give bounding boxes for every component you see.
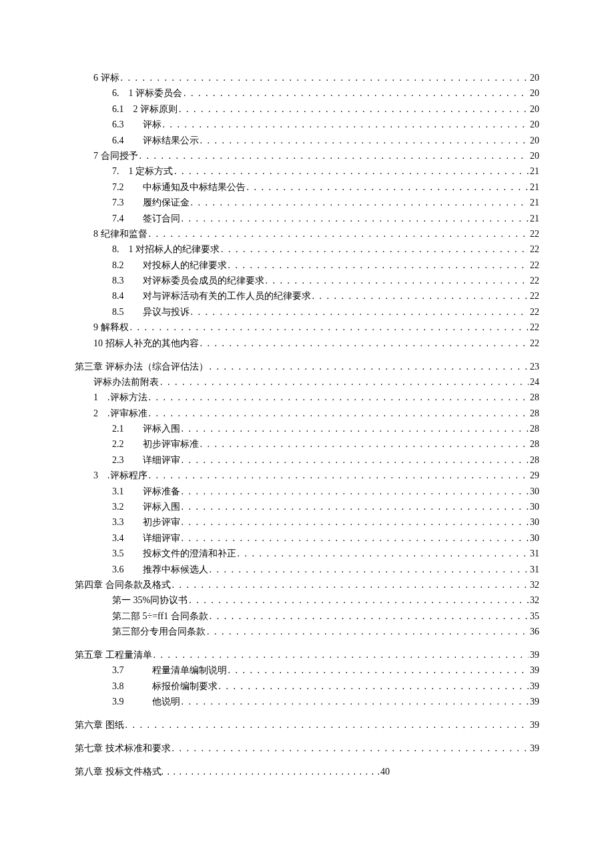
toc-label: 6.1 2 评标原则 — [112, 103, 178, 116]
toc-entry: 3.6 推荐中标候选人31 — [75, 564, 539, 576]
toc-page: 28 — [530, 408, 539, 420]
toc-entry: 第三部分专用合同条款36 — [75, 626, 539, 638]
toc-entry: 第一 35%同协议书32 — [75, 594, 539, 607]
toc-entry: 第三章 评标办法（综合评估法）23 — [75, 361, 539, 374]
toc-page: 23 — [530, 361, 539, 374]
toc-page: 39 — [530, 649, 539, 662]
toc-page: 21 — [530, 213, 539, 226]
toc-page: 20 — [530, 87, 539, 100]
toc-page: 21 — [530, 197, 539, 209]
toc-entry: 6.4 评标结果公示20 — [75, 135, 539, 147]
toc-entry: 2.1 评标入围28 — [75, 423, 539, 436]
toc-entry: 8. 1 对招标人的纪律要求22 — [75, 244, 539, 256]
toc-dots — [228, 665, 529, 677]
toc-entry: 2 .评审标准28 — [75, 408, 539, 420]
toc-entry: 第二部 5÷=ff1 合同条款35 — [75, 610, 539, 623]
toc-label: 3.8 标报价编制要求 — [112, 681, 218, 693]
toc-label: 第一 35%同协议书 — [112, 594, 188, 607]
toc-page: 22 — [530, 275, 539, 288]
toc-entry: 第七章 技术标准和要求39 — [75, 743, 539, 755]
toc-dots — [182, 486, 529, 498]
toc-page: 35 — [530, 610, 539, 623]
toc-dots — [210, 610, 529, 623]
toc-page: 39 — [530, 665, 539, 677]
toc-entry: 第六章 图纸39 — [75, 719, 539, 732]
toc-entry: 3.7 程量清单编制说明39 — [75, 665, 539, 677]
toc-label: 第七章 技术标准和要求 — [75, 743, 171, 755]
toc-page: 22 — [530, 322, 539, 334]
toc-page: 20 — [530, 135, 539, 147]
toc-label: 7.2 中标通知及中标结果公告 — [112, 181, 246, 194]
toc-entry: 9 解释权22 — [75, 322, 539, 334]
toc-label: 第三部分专用合同条款 — [112, 626, 206, 638]
toc-entry: 8.5 异议与投诉22 — [75, 306, 539, 319]
toc-entry: 10 招标人补充的其他内容22 — [75, 338, 539, 350]
toc-entry: 3 .评标程序29 — [75, 470, 539, 482]
toc-dots — [207, 626, 529, 638]
toc-page: 39 — [530, 743, 539, 755]
toc-dots — [191, 197, 529, 209]
toc-dots — [200, 438, 529, 451]
toc-entry: 6 评标20 — [75, 72, 539, 85]
toc-dots — [312, 290, 529, 303]
toc-page: 39 — [530, 696, 539, 709]
toc-label: 2 .评审标准 — [93, 408, 147, 420]
toc-dots — [149, 408, 529, 420]
toc-entry: 7. 1 定标方式21 — [75, 165, 539, 178]
toc-dots — [149, 228, 529, 241]
toc-page: 30 — [530, 516, 539, 529]
toc-label: 9 解释权 — [93, 322, 129, 334]
toc-label: 6.3 评标 — [112, 119, 162, 131]
toc-label: 8.2 对投标人的纪律要求 — [112, 260, 227, 272]
toc-entry: 3.2 评标入围30 — [75, 501, 539, 514]
toc-page: 21 — [530, 165, 539, 178]
toc-page: 21 — [530, 181, 539, 194]
toc-label: 8.5 异议与投诉 — [112, 306, 190, 319]
toc-label: 第六章 图纸 — [75, 719, 124, 732]
toc-entry: 7.4 签订合同21 — [75, 213, 539, 226]
toc-dots — [182, 423, 529, 436]
toc-page: 22 — [530, 290, 539, 303]
toc-page: 24 — [530, 376, 539, 389]
toc-dots — [149, 392, 529, 404]
toc-label: 3.2 评标入围 — [112, 501, 180, 514]
toc-page: 20 — [530, 119, 539, 131]
toc-dots — [172, 743, 529, 755]
toc-entry: 3.1 评标准备30 — [75, 486, 539, 498]
toc-entry: 3.5 投标文件的澄清和补正31 — [75, 548, 539, 560]
toc-entry: 6.1 2 评标原则20 — [75, 103, 539, 116]
toc-page: 30 — [530, 532, 539, 545]
toc-label: 第二部 5÷=ff1 合同条款 — [112, 610, 208, 623]
toc-label: 3.4 详细评审 — [112, 532, 180, 545]
toc-page: 28 — [530, 423, 539, 436]
toc-page: 30 — [530, 501, 539, 514]
toc-entry: 8 纪律和监督22 — [75, 228, 539, 241]
toc-page: 22 — [530, 306, 539, 319]
toc-dots — [139, 150, 529, 163]
toc-dots — [154, 649, 529, 662]
toc-dots — [182, 213, 529, 226]
toc-entry: 3.3 初步评审30 — [75, 516, 539, 529]
toc-dots — [182, 516, 529, 529]
toc-dots — [200, 135, 529, 147]
toc-dots — [182, 501, 529, 514]
toc-label: 评标办法前附表 — [93, 376, 159, 389]
toc-page: 39 — [530, 719, 539, 732]
toc-page: 30 — [530, 486, 539, 498]
toc-dots — [174, 165, 529, 178]
toc-dots — [210, 361, 529, 374]
toc-page: 29 — [530, 470, 539, 482]
toc-page: 36 — [530, 626, 539, 638]
toc-page: 32 — [530, 594, 539, 607]
toc-entry: 2.3 详细评审28 — [75, 454, 539, 467]
toc-label: 3.3 初步评审 — [112, 516, 180, 529]
toc-label: 3 .评标程序 — [93, 470, 147, 482]
toc-entry: 6.3 评标20 — [75, 119, 539, 131]
toc-label: 2.1 评标入围 — [112, 423, 180, 436]
toc-label: 3.9 他说明 — [112, 696, 180, 709]
toc-entry: 第五章 工程量清单39 — [75, 649, 539, 662]
toc-entry: 7 合同授予20 — [75, 150, 539, 163]
toc-label: 7.4 签订合同 — [112, 213, 180, 226]
toc-page: 40 — [380, 766, 390, 779]
toc-dots — [130, 322, 529, 334]
